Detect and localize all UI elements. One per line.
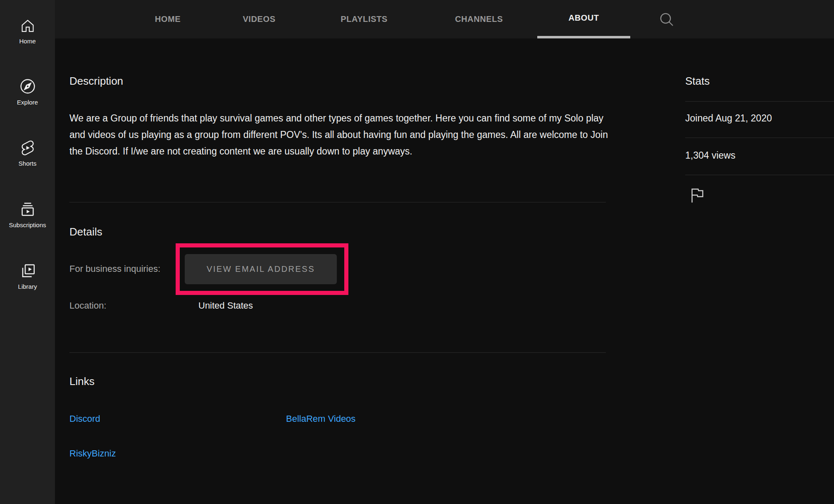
tab-playlists[interactable]: PLAYLISTS <box>328 0 400 38</box>
sidebar-item-shorts-label: Shorts <box>19 160 36 167</box>
tab-videos[interactable]: VIDEOS <box>230 0 288 38</box>
location-value: United States <box>198 300 253 311</box>
tab-channels[interactable]: CHANNELS <box>443 0 515 38</box>
sidebar: Home Explore Shorts <box>0 0 55 504</box>
explore-compass-icon <box>19 78 36 95</box>
search-icon[interactable] <box>658 11 675 28</box>
details-heading: Details <box>69 226 102 238</box>
links-heading: Links <box>69 375 95 388</box>
stats-divider <box>685 175 834 175</box>
tab-playlists-label: PLAYLISTS <box>341 14 388 24</box>
section-divider <box>69 202 606 202</box>
tab-home-label: HOME <box>155 14 181 24</box>
tab-channels-label: CHANNELS <box>455 14 503 24</box>
subscriptions-icon <box>19 201 36 218</box>
link-discord[interactable]: Discord <box>69 414 100 424</box>
sidebar-item-library[interactable]: Library <box>0 263 55 290</box>
location-label: Location: <box>69 300 106 311</box>
sidebar-item-subscriptions-label: Subscriptions <box>9 221 46 228</box>
business-inquiries-label: For business inquiries: <box>69 264 160 274</box>
shorts-icon <box>19 140 36 156</box>
stats-divider <box>685 101 834 102</box>
sidebar-item-subscriptions[interactable]: Subscriptions <box>0 201 55 228</box>
home-icon <box>19 17 36 34</box>
stats-joined-date: Joined Aug 21, 2020 <box>685 113 772 124</box>
link-bellarem-videos[interactable]: BellaRem Videos <box>286 414 355 424</box>
description-heading: Description <box>69 75 123 88</box>
stats-view-count: 1,304 views <box>685 150 735 161</box>
stats-heading: Stats <box>685 75 710 88</box>
channel-tab-bar: HOME VIDEOS PLAYLISTS CHANNELS ABOUT <box>55 0 834 38</box>
sidebar-item-explore-label: Explore <box>17 99 38 106</box>
library-icon <box>19 263 36 279</box>
sidebar-item-home-label: Home <box>19 38 36 45</box>
channel-about-page: HOME VIDEOS PLAYLISTS CHANNELS ABOUT <box>0 0 834 504</box>
tab-videos-label: VIDEOS <box>243 14 275 24</box>
sidebar-item-shorts[interactable]: Shorts <box>0 140 55 167</box>
stats-divider <box>685 138 834 138</box>
tab-home[interactable]: HOME <box>139 0 197 38</box>
description-text: We are a Group of friends that play surv… <box>69 110 609 159</box>
link-riskybizniz[interactable]: RiskyBizniz <box>69 448 116 459</box>
tab-about-label: ABOUT <box>568 13 599 23</box>
sidebar-item-explore[interactable]: Explore <box>0 78 55 106</box>
sidebar-item-home[interactable]: Home <box>0 17 55 45</box>
sidebar-item-library-label: Library <box>18 283 37 290</box>
report-flag-icon[interactable] <box>688 186 707 205</box>
view-email-address-button[interactable]: VIEW EMAIL ADDRESS <box>185 254 337 284</box>
tab-about[interactable]: ABOUT <box>537 0 630 38</box>
section-divider <box>69 352 606 353</box>
